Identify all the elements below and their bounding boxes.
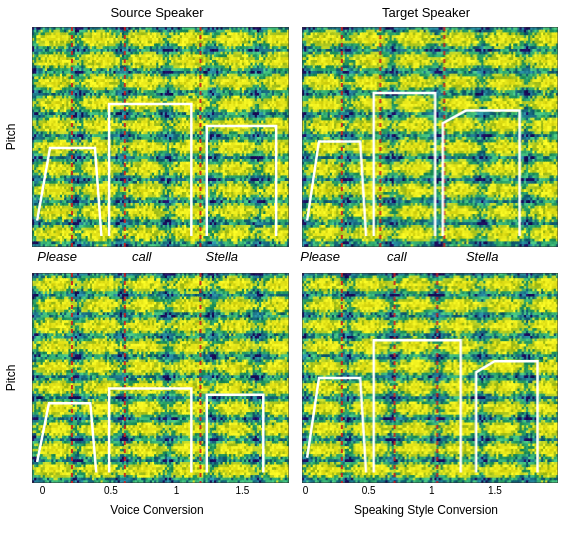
word-stella-top-right: Stella [466, 249, 499, 264]
source-speaker-title: Source Speaker [10, 5, 284, 25]
voice-conversion-title: Voice Conversion [10, 503, 284, 521]
speaking-style-canvas [302, 273, 559, 483]
main-container: Source Speaker Target Speaker Pitch Plea… [0, 0, 568, 546]
voice-conversion-plot [32, 273, 289, 483]
x-tick-1-right: 1 [429, 485, 435, 496]
target-speaker-plot [302, 27, 559, 247]
word-labels-right: Please call Stella [295, 249, 558, 271]
speaking-style-title: Speaking Style Conversion [284, 503, 558, 521]
x-tick-05-right: 0.5 [362, 485, 376, 496]
x-tick-1-left: 1 [174, 485, 180, 496]
pitch-label-bottom: Pitch [4, 365, 18, 392]
word-labels-row: Please call Stella Please call Stella [10, 249, 558, 271]
pitch-label-top: Pitch [4, 124, 18, 151]
word-please-top-right: Please [300, 249, 340, 264]
x-ticks-left: 0 0.5 1 1.5 [32, 485, 295, 503]
target-spectrogram-canvas [302, 27, 559, 247]
bottom-titles-row: Voice Conversion Speaking Style Conversi… [10, 503, 558, 521]
word-labels-left: Please call Stella [32, 249, 295, 271]
word-stella-top-left: Stella [206, 249, 239, 264]
x-tick-15-right: 1.5 [488, 485, 502, 496]
bottom-plots-row: Pitch [10, 273, 558, 483]
target-speaker-title: Target Speaker [284, 5, 558, 25]
x-tick-05-left: 0.5 [104, 485, 118, 496]
source-spectrogram-canvas [32, 27, 289, 247]
word-please-top-left: Please [37, 249, 77, 264]
x-tick-0-right: 0 [303, 485, 309, 496]
word-call-top-right: call [387, 249, 407, 264]
word-call-top-left: call [132, 249, 152, 264]
x-ticks-right: 0 0.5 1 1.5 [295, 485, 558, 503]
titles-row: Source Speaker Target Speaker [10, 5, 558, 25]
x-labels-row: 0 0.5 1 1.5 0 0.5 1 1.5 [10, 485, 558, 503]
source-speaker-plot [32, 27, 289, 247]
voice-conversion-canvas [32, 273, 289, 483]
speaking-style-plot [302, 273, 559, 483]
top-plots-row: Pitch [10, 27, 558, 247]
x-tick-15-left: 1.5 [235, 485, 249, 496]
x-tick-0-left: 0 [40, 485, 46, 496]
